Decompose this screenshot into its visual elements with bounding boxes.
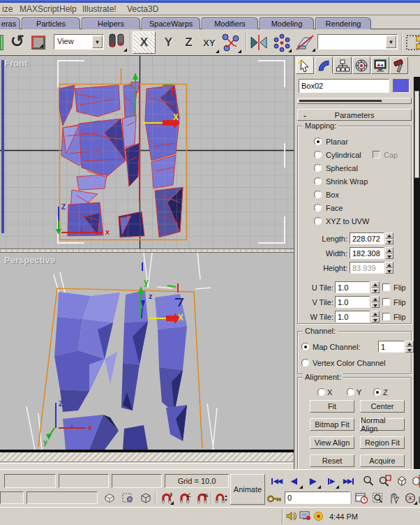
w-flip-checkbox[interactable]: [382, 313, 390, 320]
restrict-z-button[interactable]: Z: [180, 32, 197, 53]
menu-item-help[interactable]: Help: [59, 5, 77, 13]
radio-align-y[interactable]: [347, 388, 354, 396]
display-tab[interactable]: [371, 57, 389, 74]
align-z-label[interactable]: Z: [383, 389, 388, 397]
vertex-color-label[interactable]: Vertex Color Channel: [313, 360, 386, 367]
u-tile-spinner[interactable]: [371, 281, 380, 293]
v-flip-checkbox[interactable]: [382, 298, 390, 306]
radio-align-x[interactable]: [317, 388, 325, 396]
radio-spherical-label[interactable]: Spherical: [326, 165, 358, 172]
align-y-label[interactable]: Y: [357, 389, 361, 397]
radio-planar-label[interactable]: Planar: [326, 138, 348, 146]
go-to-end-button[interactable]: ▶▶: [340, 473, 357, 489]
time-slider[interactable]: [0, 452, 294, 462]
map-channel-label[interactable]: Map Channel:: [313, 343, 361, 351]
crossing-selection-icon[interactable]: [120, 491, 135, 505]
panel-scrollbar-thumb[interactable]: [414, 91, 419, 178]
radio-box-label[interactable]: Box: [326, 191, 339, 199]
w-tile-field[interactable]: [335, 311, 370, 323]
reset-button[interactable]: Reset: [310, 454, 354, 467]
menu-item-illustrate[interactable]: Illustrate!: [82, 5, 117, 13]
named-selection-dropdown-icon[interactable]: ▼: [386, 36, 396, 48]
w-tile-spinner[interactable]: [371, 311, 380, 323]
region-fit-button[interactable]: Region Fit: [360, 436, 405, 449]
radio-planar[interactable]: [314, 138, 322, 145]
zoom-extents-all-icon[interactable]: [410, 474, 420, 487]
perspective-viewport-label[interactable]: Perspective: [4, 255, 55, 265]
utilities-tab[interactable]: [390, 57, 408, 74]
rollout-collapse-icon[interactable]: -: [303, 111, 306, 119]
map-channel-field[interactable]: [378, 341, 405, 353]
zoom-all-icon[interactable]: [377, 474, 392, 487]
hierarchy-tab[interactable]: [333, 57, 352, 74]
height-spinner[interactable]: [385, 262, 393, 274]
cap-checkbox[interactable]: [373, 151, 380, 158]
modify-tab[interactable]: [315, 57, 333, 74]
restrict-x-button[interactable]: X: [133, 31, 156, 54]
create-tab[interactable]: [296, 57, 314, 74]
window-selection-icon[interactable]: [138, 491, 153, 505]
shelf-tab-cameras[interactable]: eras: [0, 17, 20, 29]
shelf-tab-modeling[interactable]: Modeling: [260, 17, 314, 29]
messenger-tray-icon[interactable]: [313, 511, 324, 523]
shelf-tab-modifiers[interactable]: Modifiers: [202, 17, 258, 29]
percent-snap-icon[interactable]: %: [195, 491, 209, 505]
coord-system-combo[interactable]: View ▼: [54, 34, 104, 50]
time-configuration-icon[interactable]: [354, 491, 369, 505]
menu-item[interactable]: ize: [2, 5, 13, 13]
track-bar[interactable]: [0, 463, 294, 469]
fit-button[interactable]: Fit: [310, 400, 354, 413]
mirror-icon[interactable]: [249, 34, 269, 52]
set-key-icon[interactable]: [267, 492, 282, 505]
acquire-button[interactable]: Acquire: [360, 454, 405, 467]
previous-frame-button[interactable]: ◀: [286, 473, 303, 489]
degradation-override-icon[interactable]: [102, 491, 117, 505]
named-selection-combo[interactable]: ▼: [317, 34, 398, 50]
snap-3d-icon[interactable]: 3: [159, 491, 174, 505]
arc-rotate-icon[interactable]: [403, 491, 417, 505]
radio-cylindrical-label[interactable]: Cylindrical: [326, 151, 361, 159]
pivot-point-center-icon[interactable]: [107, 33, 127, 52]
coord-system-dropdown-icon[interactable]: ▼: [92, 36, 103, 48]
view-align-button[interactable]: View Align: [310, 436, 354, 449]
v-tile-field[interactable]: [335, 296, 370, 308]
bitmap-fit-button[interactable]: Bitmap Fit: [310, 418, 354, 431]
parameters-rollout-header[interactable]: - Parameters: [297, 109, 412, 121]
play-button[interactable]: ▶: [304, 473, 321, 489]
radio-map-channel[interactable]: [301, 343, 309, 350]
motion-tab[interactable]: [352, 57, 370, 74]
menu-item-vecta3d[interactable]: Vecta3D: [127, 5, 158, 13]
next-frame-button[interactable]: ▶: [322, 473, 339, 489]
radio-shrink-wrap[interactable]: [314, 177, 322, 185]
radio-face-label[interactable]: Face: [326, 205, 343, 212]
restrict-y-button[interactable]: Y: [160, 32, 177, 53]
zoom-extents-icon[interactable]: [394, 474, 409, 487]
center-button[interactable]: Center: [360, 400, 405, 413]
go-to-start-button[interactable]: ◀◀: [268, 473, 285, 489]
select-region-icon[interactable]: [31, 36, 45, 50]
length-field[interactable]: [350, 232, 384, 244]
volume-icon[interactable]: [286, 511, 297, 523]
animate-button[interactable]: Animate: [230, 474, 265, 505]
align-x-label[interactable]: X: [327, 389, 332, 397]
v-tile-spinner[interactable]: [371, 296, 380, 308]
track-view-icon[interactable]: [405, 34, 420, 52]
shelf-tab-spacewarps[interactable]: SpaceWarps: [142, 17, 200, 29]
menu-item-maxscript[interactable]: MAXScript: [20, 5, 59, 13]
tray-clock[interactable]: 4:44 PM: [329, 513, 358, 521]
perspective-viewport[interactable]: y z X Z x y: [0, 253, 294, 450]
object-name-field[interactable]: [299, 79, 389, 93]
shelf-tab-helpers[interactable]: Helpers: [82, 17, 140, 29]
u-tile-field[interactable]: [335, 281, 370, 293]
radio-xyz-to-uvw-label[interactable]: XYZ to UVW: [326, 218, 369, 225]
radio-shrink-wrap-label[interactable]: Shrink Wrap: [326, 178, 368, 186]
region-zoom-icon[interactable]: [370, 491, 385, 505]
normal-align-button[interactable]: Normal Align: [360, 418, 405, 431]
restrict-xy-plane-button[interactable]: XY: [200, 32, 219, 53]
undo-icon[interactable]: ↺: [8, 32, 27, 52]
modifier-stack-sliver[interactable]: [297, 98, 412, 104]
front-viewport[interactable]: X Z x: [0, 56, 294, 249]
height-field[interactable]: [350, 262, 384, 274]
display-settings-tray-icon[interactable]: [299, 511, 311, 523]
zoom-icon[interactable]: [361, 474, 375, 487]
